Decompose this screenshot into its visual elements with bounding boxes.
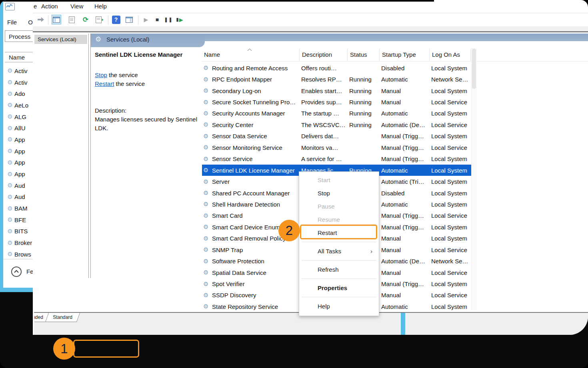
context-menu-item-refresh[interactable]: Refresh bbox=[299, 263, 379, 276]
service-row[interactable]: ⚙Routing and Remote AccessOffers routi…D… bbox=[202, 62, 472, 74]
stop-service-icon[interactable]: ■ bbox=[152, 15, 162, 24]
service-context-menu: StartStopPauseResumeRestartAll Tasks›Ref… bbox=[299, 171, 379, 316]
forward-arrow-icon[interactable] bbox=[36, 15, 46, 24]
show-console-tree-icon[interactable] bbox=[52, 15, 61, 24]
tm-service-name: Aud bbox=[14, 182, 25, 189]
service-gear-icon: ⚙ bbox=[6, 90, 14, 97]
service-row[interactable]: ⚙Secondary Log-onEnables start…RunningMa… bbox=[202, 85, 472, 96]
service-gear-icon: ⚙ bbox=[202, 133, 212, 140]
service-description: Delivers dat… bbox=[301, 133, 349, 139]
tm-service-name: Ado bbox=[14, 90, 25, 97]
description-text-line2: LDK. bbox=[95, 125, 108, 131]
service-row[interactable]: ⚙RPC Endpoint MapperResolves RP…RunningA… bbox=[202, 74, 472, 85]
service-name: Sensor Monitoring Service bbox=[212, 144, 301, 151]
service-gear-icon: ⚙ bbox=[202, 269, 212, 276]
service-log-on-as: Local System bbox=[431, 110, 472, 117]
column-header-startup-type[interactable]: Startup Type bbox=[382, 51, 416, 58]
service-startup-type: Manual bbox=[381, 99, 431, 105]
help-icon[interactable]: ? bbox=[111, 15, 121, 24]
service-row[interactable]: ⚙Security Accounts ManagerThe startup …R… bbox=[202, 108, 472, 119]
service-startup-type: Automatic (De… bbox=[381, 121, 431, 128]
service-description: A service for … bbox=[301, 155, 349, 162]
tm-menu-options[interactable]: O bbox=[28, 19, 33, 26]
start-service-icon[interactable]: ▶ bbox=[141, 15, 151, 24]
service-row[interactable]: ⚙Sensor Data ServiceDelivers dat…Manual … bbox=[202, 131, 472, 142]
menu-view[interactable]: View bbox=[70, 3, 83, 10]
chevron-up-circle-icon[interactable] bbox=[11, 267, 22, 277]
service-row[interactable]: ⚙Secure Socket Tunneling Pro…Provides su… bbox=[202, 96, 472, 107]
service-log-on-as: Local System bbox=[431, 303, 472, 310]
refresh-icon[interactable]: ⟳ bbox=[81, 15, 90, 24]
service-log-on-as: Local Service bbox=[431, 212, 472, 219]
service-log-on-as: Local System bbox=[431, 88, 472, 94]
vertical-scrollbar-thumb[interactable] bbox=[472, 49, 476, 89]
stop-service-link[interactable]: Stop bbox=[95, 72, 107, 78]
service-status: Running bbox=[349, 121, 381, 128]
menu-help[interactable]: Help bbox=[94, 3, 107, 10]
properties-icon[interactable] bbox=[67, 15, 76, 24]
menu-action[interactable]: Action bbox=[41, 3, 58, 10]
service-row[interactable]: ⚙Sensor ServiceA service for …Manual (Tr… bbox=[202, 153, 472, 165]
service-gear-icon: ⚙ bbox=[6, 79, 14, 86]
tm-service-name: Activ bbox=[14, 68, 28, 74]
screenshot-canvas: FileO Process Name ⚙Activ⚙Activ⚙Ado⚙AeLo… bbox=[0, 0, 588, 368]
service-log-on-as: Local System bbox=[431, 190, 472, 197]
service-description: Monitors va… bbox=[301, 144, 349, 151]
tab-standard[interactable]: Standard bbox=[45, 313, 80, 322]
service-log-on-as: Network Se… bbox=[431, 76, 472, 83]
pause-service-icon[interactable]: ❚❚ bbox=[164, 15, 173, 24]
tm-service-name: Broker bbox=[14, 239, 32, 246]
service-log-on-as: Local System bbox=[431, 224, 472, 231]
tm-service-name: App bbox=[14, 159, 25, 166]
restart-service-link[interactable]: Restart bbox=[95, 80, 114, 87]
tm-service-name: AllU bbox=[14, 125, 26, 131]
service-name: SSDP Discovery bbox=[212, 292, 301, 298]
service-name: Smart Card bbox=[212, 212, 301, 219]
tm-menu-file[interactable]: File bbox=[7, 19, 17, 26]
service-gear-icon: ⚙ bbox=[202, 258, 212, 265]
tree-node-services-local[interactable]: Services (Local) bbox=[34, 35, 87, 44]
pane-divider[interactable] bbox=[88, 34, 89, 278]
tm-service-name: BFE bbox=[14, 217, 26, 223]
service-name: Sensor Service bbox=[212, 155, 301, 162]
service-gear-icon: ⚙ bbox=[202, 121, 212, 128]
service-startup-type: Manual (Trigg… bbox=[381, 224, 431, 231]
service-name: Secure Socket Tunneling Pro… bbox=[212, 99, 301, 105]
service-log-on-as: Local System bbox=[431, 280, 472, 287]
service-gear-icon: ⚙ bbox=[202, 144, 212, 151]
service-startup-type: Manual (Trigg… bbox=[381, 155, 431, 162]
show-action-pane-icon[interactable] bbox=[124, 15, 134, 24]
service-startup-type: Manual bbox=[381, 247, 431, 253]
service-gear-icon: ⚙ bbox=[202, 303, 212, 310]
service-name: Shell Hardware Detection bbox=[212, 201, 301, 208]
column-header-status[interactable]: Status bbox=[350, 51, 367, 58]
service-gear-icon: ⚙ bbox=[202, 201, 212, 208]
service-log-on-as: Local System bbox=[431, 178, 472, 185]
context-menu-item-all-tasks[interactable]: All Tasks› bbox=[299, 245, 379, 258]
tm-service-name: App bbox=[14, 136, 25, 143]
column-header-name[interactable]: Name bbox=[204, 51, 220, 58]
context-menu-item-help[interactable]: Help bbox=[299, 300, 379, 313]
tm-service-name: BAM bbox=[14, 205, 28, 212]
context-menu-item-stop[interactable]: Stop bbox=[299, 187, 379, 200]
service-startup-type: Automatic bbox=[381, 76, 431, 83]
service-gear-icon: ⚙ bbox=[202, 155, 212, 163]
menu-file-partial[interactable]: e bbox=[34, 3, 37, 10]
context-menu-item-properties[interactable]: Properties bbox=[299, 281, 379, 294]
column-header-description[interactable]: Description bbox=[302, 51, 332, 58]
service-row[interactable]: ⚙Sensor Monitoring ServiceMonitors va…Ma… bbox=[202, 142, 472, 153]
export-list-icon[interactable]: ➜ bbox=[95, 15, 104, 24]
open-services-highlight-box bbox=[73, 340, 139, 358]
service-gear-icon: ⚙ bbox=[6, 182, 14, 189]
sort-ascending-icon bbox=[247, 46, 252, 48]
restart-service-icon[interactable]: ▮▶ bbox=[175, 15, 184, 24]
service-name: State Repository Service bbox=[212, 303, 301, 310]
service-name: Software Protection bbox=[212, 258, 301, 265]
submenu-arrow-icon: › bbox=[370, 245, 372, 258]
service-log-on-as: Local System bbox=[431, 65, 472, 72]
service-gear-icon: ⚙ bbox=[6, 239, 14, 247]
column-header-log-on-as[interactable]: Log On As bbox=[432, 51, 460, 58]
service-name: Routing and Remote Access bbox=[212, 65, 301, 72]
service-row[interactable]: ⚙Security CenterThe WSCSVC…RunningAutoma… bbox=[202, 119, 472, 130]
service-log-on-as: Local System bbox=[431, 201, 472, 208]
